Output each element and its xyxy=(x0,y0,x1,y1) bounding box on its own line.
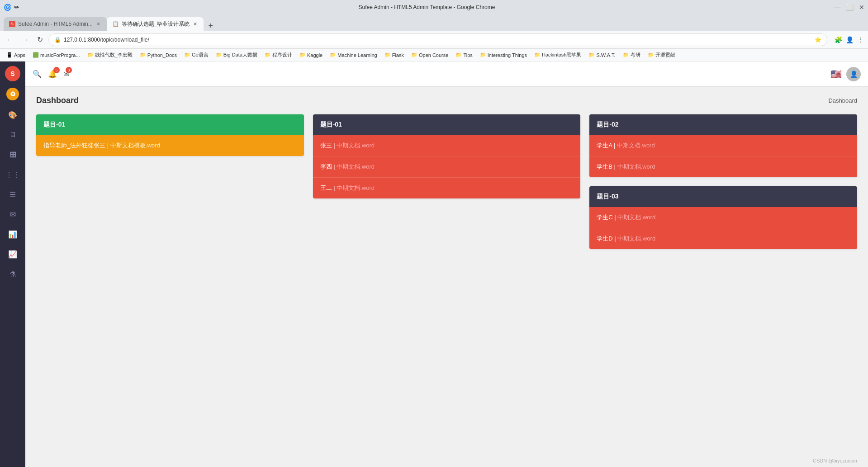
bookmark-kaoyan[interactable]: 📁考研 xyxy=(620,51,643,59)
user-avatar[interactable]: 👤 xyxy=(846,67,861,81)
back-button[interactable]: ← xyxy=(4,35,16,45)
notification-button[interactable]: 🔔 5 xyxy=(48,70,57,78)
card-header-01-left: 题目-01 xyxy=(36,114,304,135)
card-row-wanger[interactable]: 王二 | 中期文档.word xyxy=(313,178,581,198)
bookmark-linear-algebra[interactable]: 📁线性代数_李宏毅 xyxy=(85,51,135,59)
mail-icon: ✉ xyxy=(10,210,16,219)
address-bar[interactable]: 🔒 127.0.0.1:8000/topic/download_file/ ⭐ xyxy=(48,33,827,46)
page-title: Dashboard xyxy=(36,96,79,105)
card-row-lisi[interactable]: 李四 | 中期文档.word xyxy=(313,156,581,178)
bookmark-swat[interactable]: 📁S.W.A.T. xyxy=(586,51,618,59)
address-text: 127.0.0.1:8000/topic/download_file/ xyxy=(64,37,812,43)
card-body-01-middle: 张三 | 中期文档.word 李四 | 中期文档.word 王二 | 中期文档.… xyxy=(313,135,581,198)
bookmark-opencourse[interactable]: 📁Open Course xyxy=(408,51,451,59)
palette-icon: 🎨 xyxy=(8,111,17,119)
title-bar: 🌀 ✏ Sufee Admin - HTML5 Admin Template -… xyxy=(0,0,868,14)
monitor-icon: 🖥 xyxy=(9,131,16,139)
card-row-teacher[interactable]: 指导老师_法外狂徒张三 | 中斯文档模板.word xyxy=(36,135,304,156)
card-row-student-b[interactable]: 学生B | 中期文档.word xyxy=(589,156,857,177)
breadcrumb: Dashboard xyxy=(828,97,857,104)
sidebar-item-chart-bar[interactable]: 📊 xyxy=(5,226,21,242)
tab-close-1[interactable]: ✕ xyxy=(95,21,101,27)
sidebar-item-palette[interactable]: 🎨 xyxy=(5,107,21,123)
sidebar-item-list[interactable]: ☰ xyxy=(5,186,21,203)
page-content: Dashboard Dashboard 题目-01 指导老师_法外狂徒张三 | … xyxy=(25,87,868,454)
sidebar-item-grid[interactable]: ⊞ xyxy=(5,146,21,163)
tab-close-2[interactable]: ✕ xyxy=(192,21,198,27)
window-title: Sufee Admin - HTML5 Admin Template - Goo… xyxy=(19,4,834,10)
more-icon[interactable]: ⋮ xyxy=(856,35,864,44)
tab-sufee[interactable]: S Sufee Admin - HTML5 Admin... ✕ xyxy=(4,17,107,31)
bookmark-go[interactable]: 📁Go语言 xyxy=(181,51,211,59)
sidebar-item-filter[interactable]: ⚗ xyxy=(5,266,21,282)
card-topic-01-left: 题目-01 指导老师_法外狂徒张三 | 中斯文档模板.word xyxy=(36,114,304,156)
sidebar: S ♻ 🎨 🖥 ⊞ ⋮⋮ ☰ ✉ 📊 📈 ⚗ xyxy=(0,61,25,467)
new-tab-button[interactable]: + xyxy=(205,21,216,31)
bookmark-programming[interactable]: 📁程序设计 xyxy=(262,51,295,59)
forward-button[interactable]: → xyxy=(19,35,32,45)
card-row-student-c[interactable]: 学生C | 中期文档.word xyxy=(589,207,857,228)
extensions-icon[interactable]: 🧩 xyxy=(834,35,843,44)
card-header-03: 题目-03 xyxy=(589,186,857,207)
bookmarks-bar: 📱Apps 🟩musicForProgra... 📁线性代数_李宏毅 📁Pyth… xyxy=(0,49,868,61)
bookmark-interesting[interactable]: 📁Interesting Things xyxy=(477,51,530,59)
footer-text: CSDN @biyezuopin xyxy=(813,458,857,463)
message-badge: 3 xyxy=(66,67,72,73)
grid-icon: ⊞ xyxy=(9,150,16,160)
bookmark-opensource[interactable]: 📁开源贡献 xyxy=(645,51,678,59)
card-topic-02: 题目-02 学生A | 中期文档.word 学生B | 中期文档.word xyxy=(589,114,857,177)
card-header-01-middle: 题目-01 xyxy=(313,114,581,135)
card-body-02: 学生A | 中期文档.word 学生B | 中期文档.word xyxy=(589,135,857,177)
sidebar-logo[interactable]: ♻ xyxy=(6,88,19,100)
card-row-student-d[interactable]: 学生D | 中期文档.word xyxy=(589,228,857,249)
window-controls[interactable]: — ⬜ ✕ xyxy=(834,4,864,11)
breadcrumb-bar: Dashboard Dashboard xyxy=(36,96,857,105)
reload-button[interactable]: ↻ xyxy=(34,34,46,45)
bookmark-bigdata[interactable]: 📁Big Data大数据 xyxy=(213,51,260,59)
bookmark-hackintosh[interactable]: 📁Hackintosh黑苹果 xyxy=(531,51,584,59)
tab-bar: S Sufee Admin - HTML5 Admin... ✕ 📋 等待确认选… xyxy=(0,14,868,31)
header-icons: 🔍 🔔 5 ✉ 3 xyxy=(33,70,825,78)
language-flag[interactable]: 🇺🇸 xyxy=(830,69,842,80)
sidebar-item-apps[interactable]: ⋮⋮ xyxy=(5,166,21,183)
profile-icon[interactable]: 👤 xyxy=(845,35,854,44)
top-header: 🔍 🔔 5 ✉ 3 🇺🇸 👤 xyxy=(25,61,868,87)
sidebar-item-chart-area[interactable]: 📈 xyxy=(5,246,21,262)
nav-extra-icons: 🧩 👤 ⋮ xyxy=(834,35,864,44)
sidebar-item-monitor[interactable]: 🖥 xyxy=(5,127,21,143)
nav-bar: ← → ↻ 🔒 127.0.0.1:8000/topic/download_fi… xyxy=(0,31,868,49)
page-footer: CSDN @biyezuopin xyxy=(25,454,868,467)
card-topic-03: 题目-03 学生C | 中期文档.word 学生D | 中期文档.word xyxy=(589,186,857,249)
card-row-student-a[interactable]: 学生A | 中期文档.word xyxy=(589,135,857,156)
search-button[interactable]: 🔍 xyxy=(33,70,42,78)
card-topic-01-middle: 题目-01 张三 | 中期文档.word 李四 | 中期文档.word 王二 | xyxy=(313,114,581,198)
bookmark-kaggle[interactable]: 📁Kaggle xyxy=(297,51,325,59)
bookmark-python-docs[interactable]: 📁Python_Docs xyxy=(137,51,180,59)
sidebar-user-avatar[interactable]: S xyxy=(5,66,20,81)
app-container: S ♻ 🎨 🖥 ⊞ ⋮⋮ ☰ ✉ 📊 📈 ⚗ xyxy=(0,61,868,467)
notification-badge: 5 xyxy=(53,67,60,73)
bookmark-apps[interactable]: 📱Apps xyxy=(4,51,28,59)
header-right: 🇺🇸 👤 xyxy=(830,67,861,81)
search-icon: 🔍 xyxy=(33,70,42,78)
apps-icon: ⋮⋮ xyxy=(5,170,20,179)
tab-biyezuopin[interactable]: 📋 等待确认选题_毕业设计系统 ✕ xyxy=(107,17,204,31)
card-row-zhangsan[interactable]: 张三 | 中期文档.word xyxy=(313,135,581,156)
card-body-03: 学生C | 中期文档.word 学生D | 中期文档.word xyxy=(589,207,857,249)
filter-icon: ⚗ xyxy=(9,270,16,278)
right-column: 题目-02 学生A | 中期文档.word 学生B | 中期文档.word xyxy=(589,114,857,249)
list-icon: ☰ xyxy=(9,190,16,199)
main-content: 🔍 🔔 5 ✉ 3 🇺🇸 👤 Dashboard Da xyxy=(25,61,868,467)
chart-area-icon: 📈 xyxy=(8,250,17,259)
bookmark-tips[interactable]: 📁Tips xyxy=(453,51,475,59)
card-body-01-left: 指导老师_法外狂徒张三 | 中斯文档模板.word xyxy=(36,135,304,156)
sidebar-item-mail[interactable]: ✉ xyxy=(5,206,21,222)
chart-bar-icon: 📊 xyxy=(8,230,17,239)
bookmark-flask[interactable]: 📁Flask xyxy=(382,51,407,59)
card-header-02: 题目-02 xyxy=(589,114,857,135)
bookmark-music[interactable]: 🟩musicForProgra... xyxy=(30,51,82,59)
bookmark-ml[interactable]: 📁Machine Learning xyxy=(327,51,379,59)
message-button[interactable]: ✉ 3 xyxy=(63,70,69,78)
